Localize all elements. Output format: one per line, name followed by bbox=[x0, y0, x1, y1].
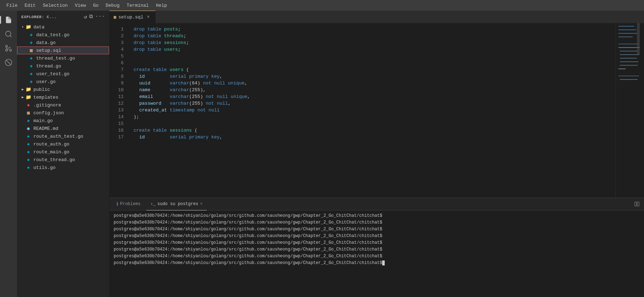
panel-right-actions bbox=[633, 200, 641, 208]
tree-item-setup-sql[interactable]: ▦ setup.sql bbox=[17, 46, 109, 54]
tree-item-route-auth-go[interactable]: ◈ route_auth.go bbox=[17, 140, 109, 148]
tree-item-user-go[interactable]: ◈ user.go bbox=[17, 78, 109, 86]
tree-item-thread-test-go[interactable]: ◈ thread_test.go bbox=[17, 54, 109, 62]
code-line-10: name varchar(255), bbox=[134, 87, 616, 93]
code-line-17: id serial primary key, bbox=[134, 134, 616, 141]
tree-item-data-go[interactable]: ◈ data.go bbox=[17, 39, 109, 46]
menu-edit[interactable]: Edit bbox=[22, 1, 38, 10]
menubar: File Edit Selection View Go Debug Termin… bbox=[0, 0, 644, 11]
code-line-5 bbox=[134, 53, 616, 60]
tree-label-readme: README.md bbox=[33, 126, 58, 131]
svg-point-0 bbox=[6, 31, 11, 37]
svg-rect-10 bbox=[618, 29, 636, 30]
panel-split-button[interactable] bbox=[633, 200, 641, 208]
panel-tab-terminal-label: sudo su postgres bbox=[157, 202, 198, 207]
panel-tab-terminal-close[interactable]: × bbox=[200, 202, 202, 207]
tree-label-utils-go: utils.go bbox=[33, 165, 55, 170]
tree-label-route-main-go: route_main.go bbox=[33, 149, 69, 155]
tree-label-templates: templates bbox=[33, 95, 58, 100]
tree-label-route-auth-go: route_auth.go bbox=[33, 142, 69, 147]
tree-item-thread-go[interactable]: ◈ thread.go bbox=[17, 62, 109, 70]
terminal-line-8: postgres@a5e630b70424:/home/shiyanlou/go… bbox=[114, 260, 640, 266]
folder-arrow-templates: ▶ bbox=[20, 94, 26, 100]
tree-item-data-test-go[interactable]: ◈ data_test.go bbox=[17, 31, 109, 39]
svg-rect-17 bbox=[620, 58, 637, 59]
code-line-6 bbox=[134, 60, 616, 66]
tree-item-public-folder[interactable]: ▶ 📁 public bbox=[17, 86, 109, 93]
file-icon-route-thread: ◈ bbox=[26, 157, 31, 163]
svg-rect-24 bbox=[635, 202, 637, 206]
tab-close-setup-sql[interactable]: × bbox=[145, 14, 151, 20]
menu-go[interactable]: Go bbox=[90, 1, 102, 10]
code-line-7: create table users ( bbox=[134, 66, 616, 73]
minimap-canvas bbox=[616, 23, 644, 198]
file-icon-main-go: ◈ bbox=[26, 118, 31, 123]
svg-point-2 bbox=[10, 49, 12, 51]
code-line-4: drop table users; bbox=[134, 46, 616, 53]
code-line-1: drop table posts; bbox=[134, 26, 616, 33]
tree-label-thread-test-go: thread_test.go bbox=[36, 56, 75, 61]
file-icon-user-test: ◈ bbox=[28, 71, 34, 77]
tree-item-route-auth-test-go[interactable]: ◈ route_auth_test.go bbox=[17, 132, 109, 140]
file-icon-route-main: ◈ bbox=[26, 149, 31, 155]
panel-tab-problems-label: Problems bbox=[120, 202, 141, 207]
terminal-line-6: postgres@a5e630b70424:/home/shiyanlou/go… bbox=[114, 246, 640, 253]
tree-item-gitignore[interactable]: ◆ .gitignore bbox=[17, 101, 109, 109]
panel-tab-problems[interactable]: ℹ Problems bbox=[112, 198, 145, 210]
svg-rect-14 bbox=[618, 47, 640, 48]
svg-rect-19 bbox=[620, 65, 638, 66]
tree-item-templates-folder[interactable]: ▶ 📁 templates bbox=[17, 93, 109, 101]
panel-tab-terminal[interactable]: ›_ sudo su postgres × bbox=[146, 198, 207, 210]
activity-files-icon[interactable] bbox=[2, 13, 15, 26]
tree-label-route-auth-test-go: route_auth_test.go bbox=[33, 134, 83, 139]
svg-rect-11 bbox=[618, 33, 637, 34]
tree-label-thread-go: thread.go bbox=[36, 64, 61, 69]
sidebar: EXPLORER: C... ↺ ⧉ ··· ▾ 📁 data ◈ data_t… bbox=[17, 11, 109, 297]
tree-item-route-main-go[interactable]: ◈ route_main.go bbox=[17, 148, 109, 156]
tree-item-readme-md[interactable]: ◉ README.md bbox=[17, 125, 109, 132]
menu-help[interactable]: Help bbox=[153, 1, 170, 10]
tree-item-utils-go[interactable]: ◈ utils.go bbox=[17, 164, 109, 171]
svg-rect-16 bbox=[620, 54, 639, 55]
tree-item-data-folder[interactable]: ▾ 📁 data bbox=[17, 23, 109, 31]
tree-item-route-thread-go[interactable]: ◈ route_thread.go bbox=[17, 156, 109, 164]
terminal-line-1: postgres@a5e630b70424:/home/shiyanlou/go… bbox=[114, 213, 640, 219]
tree-item-config-json[interactable]: ▦ config.json bbox=[17, 109, 109, 117]
code-editor[interactable]: drop table posts; drop table threads; dr… bbox=[128, 23, 616, 198]
minimap bbox=[616, 23, 644, 198]
panel-tabs: ℹ Problems ›_ sudo su postgres × bbox=[109, 198, 644, 210]
tree-label-data: data bbox=[33, 24, 44, 30]
terminal-content[interactable]: postgres@a5e630b70424:/home/shiyanlou/go… bbox=[109, 210, 644, 297]
sidebar-refresh-icon[interactable]: ↺ bbox=[84, 13, 87, 20]
sidebar-header: EXPLORER: C... ↺ ⧉ ··· bbox=[17, 11, 109, 23]
menu-terminal[interactable]: Terminal bbox=[124, 1, 152, 10]
editor-container: 1 2 3 4 5 6 7 8 9 10 11 12 13 14 15 16 1… bbox=[109, 23, 644, 198]
tree-item-main-go[interactable]: ◈ main.go bbox=[17, 117, 109, 125]
svg-rect-21 bbox=[618, 76, 639, 76]
tree-label-config-json: config.json bbox=[33, 110, 64, 116]
file-icon-config-json: ▦ bbox=[26, 110, 31, 116]
code-line-12: password varchar(255) not null, bbox=[134, 100, 616, 107]
code-line-13: created_at timestamp not null bbox=[134, 107, 616, 114]
tab-setup-sql[interactable]: ▦ setup.sql × bbox=[109, 11, 156, 23]
menu-file[interactable]: File bbox=[4, 1, 20, 10]
activity-search-icon[interactable] bbox=[2, 28, 15, 40]
menu-debug[interactable]: Debug bbox=[103, 1, 122, 10]
code-line-16: create table sessions ( bbox=[134, 127, 616, 134]
tab-bar: ▦ setup.sql × bbox=[109, 11, 644, 23]
tree-item-user-test-go[interactable]: ◈ user_test.go bbox=[17, 70, 109, 78]
file-icon-thread-test: ◈ bbox=[28, 55, 34, 61]
activity-git-icon[interactable] bbox=[2, 42, 15, 55]
file-icon-route-auth-test: ◈ bbox=[26, 133, 31, 139]
file-icon-setup-sql: ▦ bbox=[28, 48, 34, 53]
svg-rect-25 bbox=[637, 202, 639, 206]
svg-rect-15 bbox=[620, 51, 638, 51]
menu-selection[interactable]: Selection bbox=[40, 1, 70, 10]
bottom-panel: ℹ Problems ›_ sudo su postgres × bbox=[109, 198, 644, 297]
menu-view[interactable]: View bbox=[72, 1, 89, 10]
terminal-prefix-icon: ›_ bbox=[151, 202, 156, 207]
sidebar-copy-icon[interactable]: ⧉ bbox=[89, 13, 93, 20]
file-icon-utils: ◈ bbox=[26, 165, 31, 170]
activity-debug-icon[interactable] bbox=[2, 56, 15, 69]
sidebar-more-icon[interactable]: ··· bbox=[95, 13, 105, 20]
